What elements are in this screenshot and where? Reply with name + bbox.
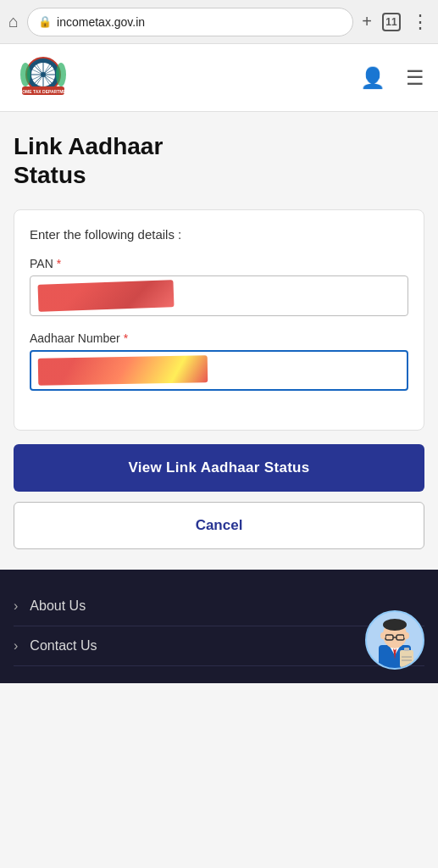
form-instruction: Enter the following details : <box>30 227 408 242</box>
svg-point-13 <box>20 63 30 86</box>
pan-input-wrapper <box>30 275 408 316</box>
svg-rect-26 <box>404 648 409 651</box>
site-header: INCOME TAX DEPARTMENT 👤 ☰ <box>0 44 438 112</box>
about-us-label: About Us <box>30 598 86 614</box>
hamburger-menu-icon[interactable]: ☰ <box>406 66 424 90</box>
browser-chrome: ⌂ 🔒 incometax.gov.in + 11 ⋮ <box>0 0 438 44</box>
chevron-right-icon: › <box>14 598 18 614</box>
chevron-right-icon-2: › <box>14 638 18 654</box>
svg-point-19 <box>383 619 407 631</box>
aadhaar-label: Aadhaar Number * <box>30 331 408 345</box>
view-link-aadhaar-status-button[interactable]: View Link Aadhaar Status <box>14 444 424 492</box>
logo-area: INCOME TAX DEPARTMENT <box>14 54 73 101</box>
logo-emblem: INCOME TAX DEPARTMENT <box>14 54 73 101</box>
user-profile-icon[interactable]: 👤 <box>360 66 385 90</box>
avatar-figure-svg <box>370 613 419 668</box>
footer-item-about-us[interactable]: › About Us <box>14 587 424 626</box>
cancel-button[interactable]: Cancel <box>14 502 424 549</box>
contact-us-label: Contact Us <box>30 638 97 654</box>
svg-point-23 <box>380 632 385 639</box>
aadhaar-field-group: Aadhaar Number * <box>30 331 408 391</box>
home-icon[interactable]: ⌂ <box>8 12 19 31</box>
new-tab-icon[interactable]: + <box>362 12 372 31</box>
svg-point-14 <box>56 63 66 86</box>
pan-field-group: PAN * <box>30 257 408 316</box>
url-text: incometax.gov.in <box>57 15 145 29</box>
aadhaar-input-wrapper <box>30 350 408 391</box>
address-bar[interactable]: 🔒 incometax.gov.in <box>27 8 353 36</box>
chat-avatar[interactable] <box>365 610 424 670</box>
pan-required-star: * <box>57 257 61 270</box>
browser-menu-icon[interactable]: ⋮ <box>411 11 430 33</box>
main-content: Link Aadhaar Status Enter the following … <box>0 112 438 570</box>
tab-count-badge[interactable]: 11 <box>382 13 401 31</box>
header-icons: 👤 ☰ <box>360 66 424 90</box>
aadhaar-required-star: * <box>124 331 128 345</box>
site-footer: › About Us › Contact Us <box>0 570 438 683</box>
svg-point-24 <box>404 632 409 639</box>
pan-label: PAN * <box>30 257 408 270</box>
svg-text:INCOME TAX DEPARTMENT: INCOME TAX DEPARTMENT <box>15 89 72 94</box>
pan-input[interactable] <box>30 275 408 316</box>
form-card: Enter the following details : PAN * Aadh… <box>14 209 424 431</box>
footer-item-contact-us[interactable]: › Contact Us <box>14 626 424 666</box>
browser-actions: + 11 ⋮ <box>362 11 430 33</box>
aadhaar-input[interactable] <box>30 350 408 391</box>
lock-icon: 🔒 <box>38 15 52 28</box>
page-title: Link Aadhaar Status <box>14 132 424 189</box>
